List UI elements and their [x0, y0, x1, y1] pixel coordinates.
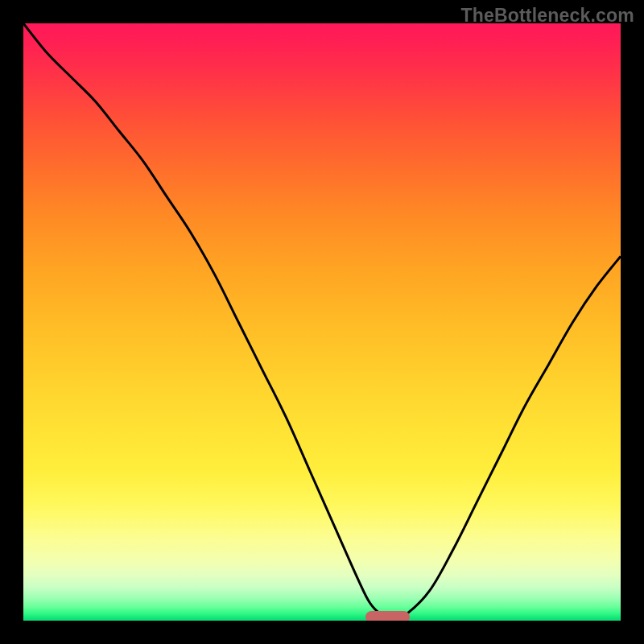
optimal-marker [365, 611, 411, 621]
plot-area [23, 23, 621, 621]
bottleneck-curve [23, 23, 621, 621]
watermark-text: TheBottleneck.com [460, 5, 634, 27]
chart-frame: TheBottleneck.com [0, 0, 644, 644]
